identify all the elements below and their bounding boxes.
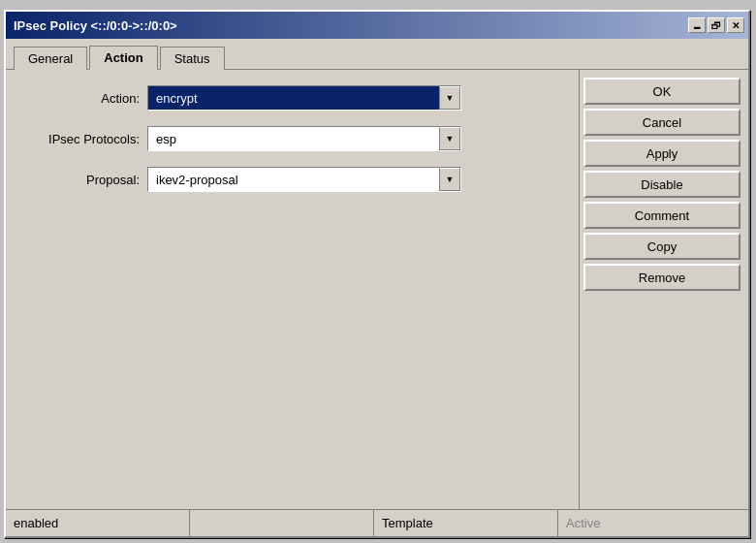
minimize-button[interactable]: 🗕: [688, 17, 706, 33]
proposal-row: Proposal: ikev2-proposal ▼: [14, 167, 571, 192]
ipsec-protocols-dropdown-button[interactable]: ▼: [439, 127, 460, 150]
tab-status[interactable]: Status: [160, 47, 225, 70]
close-button[interactable]: ✕: [727, 17, 744, 33]
tab-bar: General Action Status: [6, 39, 748, 69]
window-title: IPsec Policy <::/0:0->::/0:0>: [14, 18, 177, 33]
action-select-wrapper: encrypt ▼: [147, 85, 461, 111]
ipsec-protocols-select-wrapper: esp ▼: [147, 126, 461, 151]
restore-button[interactable]: 🗗: [708, 17, 725, 33]
remove-button[interactable]: Remove: [583, 264, 740, 291]
apply-button[interactable]: Apply: [583, 140, 740, 167]
ok-button[interactable]: OK: [583, 78, 740, 105]
action-dropdown-button[interactable]: ▼: [439, 86, 460, 110]
ipsec-protocols-select-value[interactable]: esp: [148, 127, 439, 150]
right-panel: OK Cancel Apply Disable Comment Copy Rem…: [579, 69, 748, 516]
title-bar-buttons: 🗕 🗗 ✕: [688, 17, 744, 33]
disable-button[interactable]: Disable: [583, 171, 740, 198]
proposal-select-value[interactable]: ikev2-proposal: [148, 168, 439, 191]
comment-button[interactable]: Comment: [583, 202, 740, 229]
tab-action[interactable]: Action: [89, 46, 157, 70]
title-bar: IPsec Policy <::/0:0->::/0:0> 🗕 🗗 ✕: [6, 12, 748, 39]
dialog-window: IPsec Policy <::/0:0->::/0:0> 🗕 🗗 ✕ Gene…: [4, 10, 750, 538]
status-active: Active: [558, 510, 748, 536]
content-area: Action: encrypt ▼ IPsec Protocols: esp ▼…: [6, 69, 748, 516]
status-bar: enabled Template Active: [6, 509, 748, 536]
copy-button[interactable]: Copy: [583, 233, 740, 260]
left-panel: Action: encrypt ▼ IPsec Protocols: esp ▼…: [6, 69, 579, 516]
action-select-value[interactable]: encrypt: [148, 86, 439, 110]
action-row: Action: encrypt ▼: [14, 85, 571, 111]
proposal-label: Proposal:: [14, 173, 140, 187]
action-label: Action:: [14, 91, 140, 106]
status-enabled: enabled: [6, 510, 190, 536]
cancel-button[interactable]: Cancel: [583, 109, 740, 136]
ipsec-protocols-row: IPsec Protocols: esp ▼: [14, 126, 571, 151]
tab-general[interactable]: General: [14, 47, 87, 70]
proposal-dropdown-button[interactable]: ▼: [439, 168, 460, 191]
status-empty: [190, 510, 374, 536]
status-template: Template: [374, 510, 558, 536]
proposal-select-wrapper: ikev2-proposal ▼: [147, 167, 461, 192]
ipsec-protocols-label: IPsec Protocols:: [14, 132, 140, 146]
